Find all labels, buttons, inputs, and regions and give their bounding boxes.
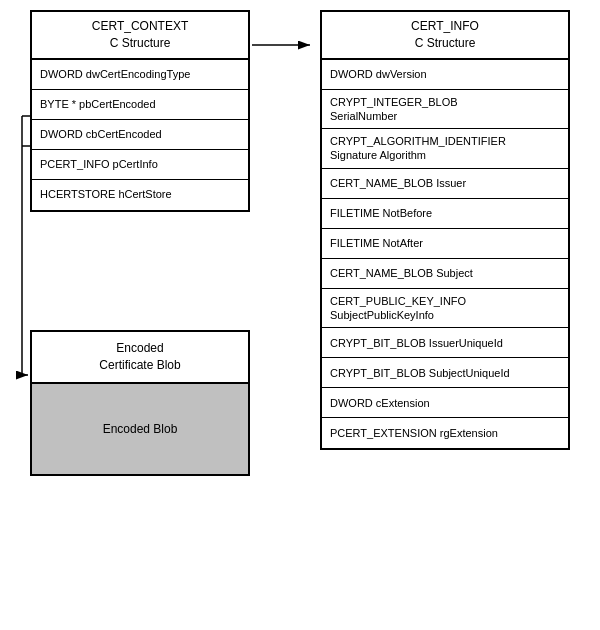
cert-info-row-10: DWORD cExtension [322,388,568,418]
cert-info-row-4-text: FILETIME NotBefore [330,206,432,220]
cert-context-box: CERT_CONTEXT C Structure DWORD dwCertEnc… [30,10,250,212]
cert-info-row-11: PCERT_EXTENSION rgExtension [322,418,568,448]
cert-info-row-0-text: DWORD dwVersion [330,67,427,81]
cert-info-box: CERT_INFO C Structure DWORD dwVersion CR… [320,10,570,450]
cert-info-row-6: CERT_NAME_BLOB Subject [322,259,568,289]
cert-info-row-1: CRYPT_INTEGER_BLOBSerialNumber [322,90,568,130]
cert-context-row-1: BYTE * pbCertEncoded [32,90,248,120]
cert-info-row-0: DWORD dwVersion [322,60,568,90]
cert-info-row-3: CERT_NAME_BLOB Issuer [322,169,568,199]
cert-info-row-6-text: CERT_NAME_BLOB Subject [330,266,473,280]
cert-info-row-11-text: PCERT_EXTENSION rgExtension [330,426,498,440]
cert-context-row-2: DWORD cbCertEncoded [32,120,248,150]
cert-context-section: CERT_CONTEXT C Structure DWORD dwCertEnc… [30,10,250,212]
cert-info-header: CERT_INFO C Structure [322,12,568,60]
cert-info-row-1-text: CRYPT_INTEGER_BLOBSerialNumber [330,95,458,124]
cert-context-row-3: PCERT_INFO pCertInfo [32,150,248,180]
cert-info-row-2: CRYPT_ALGORITHM_IDENTIFIERSignature Algo… [322,129,568,169]
encoded-cert-blob-box: Encoded Certificate Blob Encoded Blob [30,330,250,476]
cert-info-row-4: FILETIME NotBefore [322,199,568,229]
encoded-blob-content: Encoded Blob [32,384,248,474]
cert-context-row-4: HCERTSTORE hCertStore [32,180,248,210]
cert-info-row-2-text: CRYPT_ALGORITHM_IDENTIFIERSignature Algo… [330,134,506,163]
cert-info-row-9: CRYPT_BIT_BLOB SubjectUniqueId [322,358,568,388]
cert-info-row-7: CERT_PUBLIC_KEY_INFOSubjectPublicKeyInfo [322,289,568,329]
cert-info-row-8-text: CRYPT_BIT_BLOB IssuerUniqueId [330,336,503,350]
cert-context-row-0: DWORD dwCertEncodingType [32,60,248,90]
cert-info-row-9-text: CRYPT_BIT_BLOB SubjectUniqueId [330,366,510,380]
cert-info-row-8: CRYPT_BIT_BLOB IssuerUniqueId [322,328,568,358]
cert-info-row-10-text: DWORD cExtension [330,396,430,410]
cert-context-header: CERT_CONTEXT C Structure [32,12,248,60]
cert-info-row-5: FILETIME NotAfter [322,229,568,259]
cert-info-section: CERT_INFO C Structure DWORD dwVersion CR… [320,10,570,450]
cert-info-row-7-text: CERT_PUBLIC_KEY_INFOSubjectPublicKeyInfo [330,294,466,323]
encoded-cert-blob-header: Encoded Certificate Blob [32,332,248,384]
cert-info-row-3-text: CERT_NAME_BLOB Issuer [330,176,466,190]
cert-info-row-5-text: FILETIME NotAfter [330,236,423,250]
diagram: CERT_CONTEXT C Structure DWORD dwCertEnc… [0,0,600,630]
